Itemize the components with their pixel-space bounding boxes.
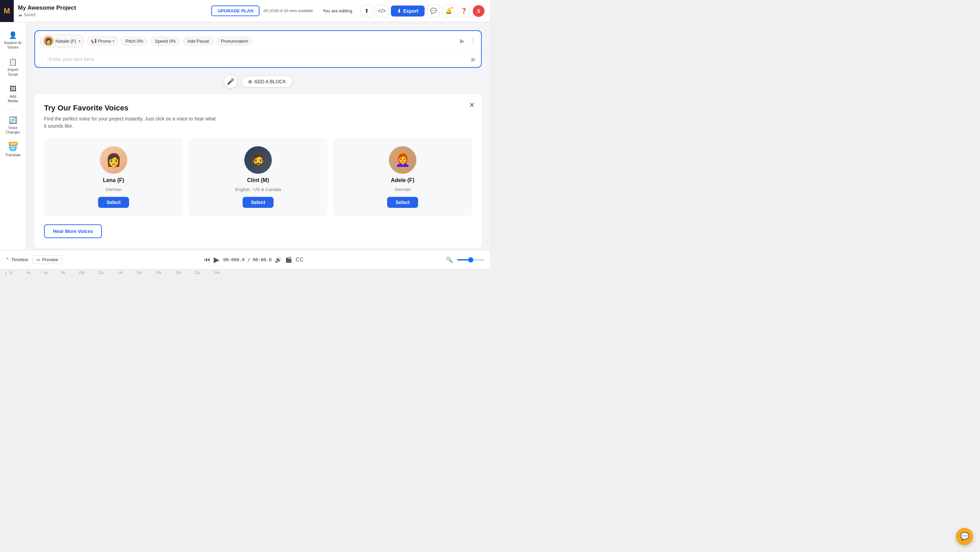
- ruler-20s: 20s: [175, 271, 181, 275]
- editing-label: You are editing: [323, 8, 352, 13]
- sidebar-item-label-translate: Translate: [5, 153, 21, 157]
- add-block-label: ADD A BLOCK: [254, 79, 286, 84]
- block-play-button[interactable]: ▶: [458, 36, 467, 46]
- pitch-button[interactable]: Pitch 0%: [121, 37, 148, 45]
- voices-panel: ✕ Try Our Favorite Voices Find the perfe…: [34, 94, 482, 248]
- topbar-actions: ⬆ </> ⬇ Export 💬 🔔 ❓ S: [361, 5, 485, 17]
- sidebar-item-import[interactable]: 📋 Import Script: [2, 54, 25, 80]
- chat-button[interactable]: 💬: [427, 5, 440, 17]
- time-display: 00:000.0 / 00:00.0: [223, 257, 272, 262]
- ruler-14s: 14s: [117, 271, 123, 275]
- ruler-22s: 22s: [195, 271, 200, 275]
- ruler-6s: 6s: [44, 271, 48, 275]
- chevron-up-icon: ⌃: [5, 257, 9, 262]
- clint-select-button[interactable]: Select: [243, 197, 273, 208]
- clint-name: Clint (M): [247, 177, 269, 183]
- voice-selector[interactable]: 👩 Natalie (F) ▾: [40, 34, 84, 48]
- topbar: M My Awesome Project ☁ Saved UPGRADE PLA…: [0, 0, 490, 22]
- volume-button[interactable]: 🔊: [275, 256, 282, 263]
- adele-avatar: 👩‍🦰: [389, 146, 416, 174]
- preview-label: Preview: [42, 257, 58, 262]
- help-button[interactable]: ❓: [458, 5, 470, 17]
- upgrade-button[interactable]: UPGRADE PLAN: [211, 5, 259, 16]
- voice-card-lena: 👩 Lena (F) German Select: [44, 138, 183, 216]
- export-button[interactable]: ⬇ Export: [391, 5, 425, 16]
- notification-button[interactable]: 🔔: [442, 5, 455, 17]
- voice-block-body: ⋮⋮ Enter your text here ▶: [35, 51, 481, 67]
- cloud-icon: ☁: [18, 12, 22, 17]
- playhead-marker: |: [5, 271, 6, 275]
- export-icon: ⬇: [397, 8, 401, 14]
- voice-block-header: 👩 Natalie (F) ▾ 📢 Promo ▾ Pitch 0% Speed…: [35, 31, 481, 51]
- style-button[interactable]: 📢 Promo ▾: [87, 37, 118, 45]
- ruler-10s: 10s: [79, 271, 84, 275]
- transport-controls: ⏮ ▶ 00:000.0 / 00:00.0 🔊 🎬 CC: [204, 255, 304, 264]
- time-used: 00:10:00 of 10 mins available: [264, 9, 313, 13]
- voice-changer-icon: 🔄: [9, 116, 17, 124]
- adele-name: Adele (F): [391, 177, 414, 183]
- plus-icon: ⊕: [248, 79, 252, 84]
- zoom-slider[interactable]: [457, 259, 485, 261]
- ruler-12s: 12s: [98, 271, 103, 275]
- panel-desc: Find the perfect voice for your project …: [44, 115, 216, 130]
- mic-button[interactable]: 🎤: [224, 75, 237, 88]
- body-play-button[interactable]: ▶: [471, 56, 476, 63]
- notification-dot: [450, 6, 453, 9]
- add-block-row: 🎤 ⊕ ADD A BLOCK: [34, 75, 482, 88]
- user-avatar[interactable]: S: [473, 5, 485, 17]
- preview-tab[interactable]: ▭ Preview: [32, 255, 62, 264]
- clint-language: English - US & Canada: [235, 187, 281, 192]
- skip-back-button[interactable]: ⏮: [204, 256, 210, 263]
- code-button[interactable]: </>: [376, 5, 388, 17]
- sidebar-item-label-import: Import Script: [4, 67, 22, 76]
- lena-avatar: 👩: [100, 146, 127, 174]
- explore-icon: 👤: [9, 31, 17, 39]
- timeline-tab[interactable]: ⌃ Timeline: [5, 257, 28, 262]
- add-pause-button[interactable]: Add Pause: [183, 37, 214, 45]
- speed-label: Speed: [155, 38, 168, 44]
- main-layout: 👤 Explore AI Voices 📋 Import Script 🖼 Ad…: [0, 22, 490, 250]
- timeline-label: Timeline: [11, 257, 28, 262]
- sidebar: 👤 Explore AI Voices 📋 Import Script 🖼 Ad…: [0, 22, 26, 250]
- voice-block: 👩 Natalie (F) ▾ 📢 Promo ▾ Pitch 0% Speed…: [34, 30, 482, 68]
- ruler-24s: 24s: [214, 271, 220, 275]
- logo-icon: M: [4, 6, 10, 16]
- export-label: Export: [403, 8, 418, 14]
- sidebar-item-media[interactable]: 🖼 Add Media: [2, 81, 25, 107]
- sidebar-item-voice-changer[interactable]: 🔄 Voice Changer: [2, 113, 25, 138]
- share-button[interactable]: ⬆: [361, 5, 373, 17]
- captions-button[interactable]: CC: [296, 257, 304, 263]
- voice-card-adele: 👩‍🦰 Adele (F) German Select: [333, 138, 472, 216]
- hear-more-button[interactable]: Hear More Voices: [44, 224, 102, 238]
- sidebar-item-translate[interactable]: 🌐 NEW Translate: [2, 140, 25, 161]
- bottom-bar: ⌃ Timeline ▭ Preview ⏮ ▶ 00:000.0 / 00:0…: [0, 250, 490, 269]
- camera-button[interactable]: 🎬: [285, 256, 292, 263]
- panel-close-button[interactable]: ✕: [469, 101, 475, 109]
- add-block-button[interactable]: ⊕ ADD A BLOCK: [242, 76, 293, 87]
- pronunciation-button[interactable]: Pronunciation: [216, 37, 253, 45]
- block-more-button[interactable]: ⋮: [470, 37, 476, 45]
- text-placeholder[interactable]: Enter your text here: [49, 56, 94, 62]
- voice-card-clint: 🧔 Clint (M) English - US & Canada Select: [189, 138, 328, 216]
- lena-select-button[interactable]: Select: [98, 197, 129, 208]
- style-chevron-icon: ▾: [113, 39, 115, 43]
- natalie-avatar: 👩: [44, 36, 53, 46]
- voice-chevron-icon: ▾: [78, 39, 81, 43]
- sidebar-divider: [5, 110, 21, 110]
- drag-handle-icon: ⋮⋮: [39, 56, 50, 63]
- speed-button[interactable]: Speed 0%: [150, 37, 180, 45]
- ruler-2s: 2s: [9, 271, 13, 275]
- sidebar-item-explore[interactable]: 👤 Explore AI Voices: [2, 27, 25, 53]
- import-icon: 📋: [9, 58, 17, 66]
- search-button[interactable]: 🔍: [446, 256, 453, 263]
- pitch-value: 0%: [137, 38, 143, 44]
- speed-value: 0%: [169, 38, 176, 44]
- ruler-16s: 16s: [137, 271, 142, 275]
- sidebar-item-label-explore: Explore AI Voices: [4, 41, 22, 49]
- adele-select-button[interactable]: Select: [387, 197, 418, 208]
- play-button[interactable]: ▶: [214, 255, 220, 264]
- logo: M: [0, 0, 14, 22]
- mic-icon: 🎤: [227, 78, 234, 85]
- project-info: My Awesome Project ☁ Saved: [18, 5, 76, 17]
- clint-avatar: 🧔: [244, 146, 272, 174]
